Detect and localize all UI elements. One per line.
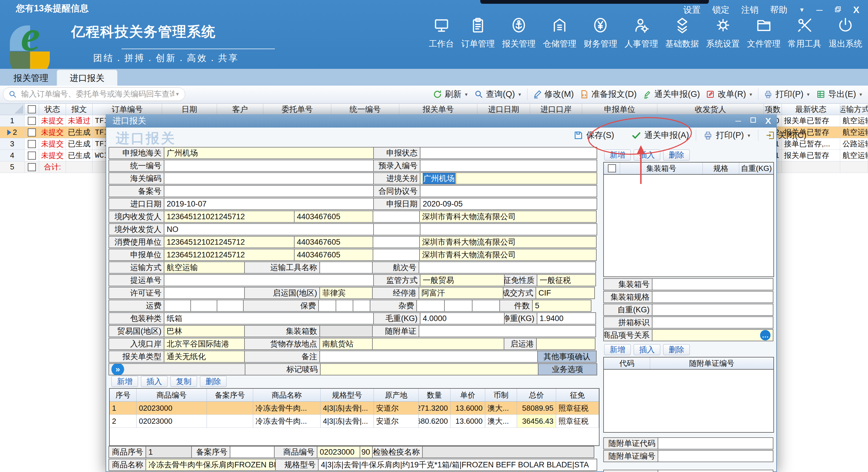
- field-unified-no[interactable]: [164, 160, 374, 172]
- collapse-icon[interactable]: ▼: [799, 7, 805, 13]
- field-container-no[interactable]: [652, 278, 773, 290]
- field-storage-place[interactable]: 南航货站: [319, 338, 373, 350]
- dialog-close-button[interactable]: X: [765, 116, 771, 126]
- grid-header-order[interactable]: 订单编号: [93, 104, 162, 115]
- add-button[interactable]: 新增: [604, 150, 631, 160]
- field-transport-tool[interactable]: [319, 261, 373, 274]
- delete-button[interactable]: 删除: [663, 150, 690, 160]
- grid-header-iport[interactable]: 进口口岸: [530, 104, 582, 115]
- checkbox[interactable]: [28, 105, 36, 114]
- row-checkbox-cell[interactable]: [25, 138, 39, 150]
- delete-button[interactable]: 删除: [663, 344, 690, 355]
- col-container-no[interactable]: 集装箱号: [620, 162, 703, 174]
- field-goods-code-suffix[interactable]: 90: [360, 446, 373, 458]
- dialog-close-tab-button[interactable]: 关闭(C): [765, 130, 806, 141]
- dialog-maximize-button[interactable]: [750, 117, 756, 126]
- checkbox[interactable]: [28, 128, 36, 136]
- field-empty[interactable]: [373, 211, 420, 223]
- field-cropped[interactable]: [658, 470, 773, 472]
- field-consumer-unit-id[interactable]: 4403467605: [294, 236, 373, 248]
- field-misc-2[interactable]: [444, 300, 472, 312]
- field-item-relation[interactable]: …: [652, 329, 773, 341]
- field-domestic-consignee-code[interactable]: 123645121021245712: [164, 211, 294, 223]
- field-import-date[interactable]: 2019-10-07: [164, 198, 374, 210]
- checkbox[interactable]: [608, 164, 616, 172]
- col-record[interactable]: 备案序号: [207, 389, 253, 402]
- row-checkbox-cell[interactable]: [25, 127, 39, 138]
- refresh-button[interactable]: 刷新▼: [430, 89, 471, 100]
- field-empty[interactable]: [373, 249, 420, 261]
- col-container-weight[interactable]: 自重(KG): [739, 162, 773, 174]
- declare-button[interactable]: 通关申报(A): [631, 130, 689, 141]
- field-marks[interactable]: [320, 363, 538, 375]
- insert-button[interactable]: 插入: [141, 376, 167, 387]
- field-overseas-consignee[interactable]: NO: [164, 223, 374, 235]
- field-doc-code[interactable]: [658, 437, 773, 449]
- goods-row-selected[interactable]: 1 02023000 冷冻去骨牛肉... 4|3|冻|去骨|... 安道尔 42…: [110, 402, 599, 415]
- field-levy-nature[interactable]: 一般征税: [537, 274, 596, 286]
- col-name[interactable]: 商品名称: [253, 389, 320, 402]
- grid-corner-cell[interactable]: [0, 104, 25, 115]
- col-spec[interactable]: 规格型号: [320, 389, 374, 402]
- field-misc-1[interactable]: [416, 300, 445, 312]
- grid-header-status[interactable]: 状态: [39, 104, 66, 115]
- nav-basedata[interactable]: 基础数据: [665, 16, 699, 50]
- field-customs-code[interactable]: [164, 172, 374, 185]
- dialog-titlebar[interactable]: 进口报关 ─ X: [105, 114, 777, 128]
- print-button[interactable]: 打印(P)▼: [761, 89, 813, 100]
- search-input[interactable]: [21, 89, 175, 99]
- add-button[interactable]: 新增: [604, 344, 631, 355]
- query-button[interactable]: 查询(Q)▼: [471, 89, 525, 100]
- grid-header-unified[interactable]: 统一编号: [331, 104, 399, 115]
- nav-exit[interactable]: 退出系统: [829, 16, 862, 50]
- nav-files[interactable]: 文件管理: [747, 16, 781, 50]
- field-declare-unit-code[interactable]: 123645121021245712: [164, 249, 294, 261]
- field-goods-spec[interactable]: 4|3|冻|去骨|牛保乐肩肉|约19千克*1箱/箱|FROZEN BEFF BO…: [318, 459, 597, 471]
- business-options-button[interactable]: 业务选项: [538, 363, 597, 375]
- nav-workbench[interactable]: 工作台: [429, 16, 454, 50]
- nav-system[interactable]: 系统设置: [706, 16, 740, 50]
- header-checkbox-cell[interactable]: [604, 162, 620, 174]
- customs-declare-button[interactable]: 通关申报(G): [640, 89, 703, 100]
- nav-customs[interactable]: 报关管理: [502, 16, 535, 50]
- field-declaration-type[interactable]: 通关无纸化: [164, 350, 245, 363]
- field-voyage-no[interactable]: [418, 261, 596, 274]
- field-empty[interactable]: [372, 338, 504, 350]
- field-domestic-consignee-id[interactable]: 4403467605: [294, 211, 373, 223]
- dialog-minimize-button[interactable]: ─: [736, 117, 741, 126]
- amend-button[interactable]: 改单(R)▼: [703, 89, 756, 100]
- field-declare-unit-name[interactable]: 深圳市青科大物流有限公司: [419, 249, 597, 261]
- field-contract-no[interactable]: [420, 185, 597, 197]
- field-doc-no[interactable]: [658, 450, 773, 462]
- field-net-weight[interactable]: 1.9400: [537, 312, 596, 324]
- search-box[interactable]: ▼: [3, 87, 185, 101]
- field-attached-docs[interactable]: [418, 325, 596, 337]
- col-doc-no[interactable]: 随附单证编号: [650, 357, 773, 369]
- grid-header-msg[interactable]: 报文: [66, 104, 93, 115]
- field-package-type[interactable]: 纸箱: [164, 312, 374, 324]
- minimize-button[interactable]: ─: [816, 5, 822, 15]
- dialog-print-button[interactable]: 打印(P)▼: [703, 130, 751, 141]
- col-code[interactable]: 商品编号: [136, 389, 207, 402]
- field-insurance-3[interactable]: [353, 300, 370, 312]
- field-supervision-mode[interactable]: 一般贸易: [420, 274, 505, 286]
- field-stopover-port[interactable]: 阿富汗: [418, 287, 503, 299]
- field-transaction-mode[interactable]: CIF: [535, 287, 595, 299]
- field-declare-status[interactable]: [420, 147, 597, 159]
- grid-header-decl[interactable]: 报关单号: [399, 104, 477, 115]
- restore-button[interactable]: [834, 5, 842, 15]
- field-freight-3[interactable]: [217, 300, 244, 312]
- modify-button[interactable]: 修改(M): [530, 89, 577, 100]
- checkbox[interactable]: [28, 152, 36, 160]
- close-window-button[interactable]: X: [853, 5, 859, 15]
- row-checkbox-cell[interactable]: [25, 150, 39, 161]
- nav-tools[interactable]: 常用工具: [788, 16, 822, 50]
- ellipsis-button[interactable]: …: [760, 330, 771, 340]
- field-declare-unit-id[interactable]: 4403467605: [294, 249, 373, 261]
- field-declare-date[interactable]: 2020-09-05: [420, 198, 597, 210]
- expand-icon[interactable]: »: [112, 363, 124, 375]
- field-declare-customs[interactable]: 广州机场: [164, 147, 374, 159]
- col-origin[interactable]: 原产地: [374, 389, 418, 402]
- field-freight-1[interactable]: [164, 300, 191, 312]
- checkbox[interactable]: [28, 117, 36, 125]
